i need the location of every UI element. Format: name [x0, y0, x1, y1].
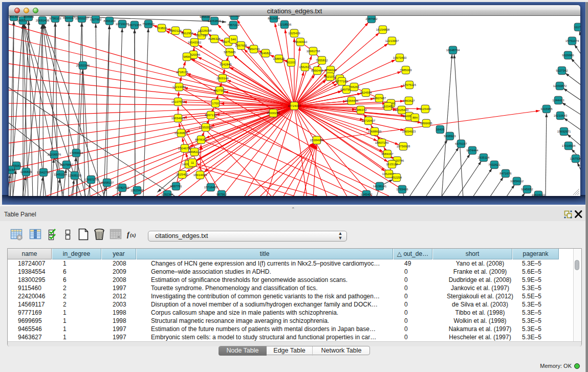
svg-text:6899695: 6899695	[420, 122, 432, 125]
svg-text:1588520: 1588520	[273, 57, 285, 60]
svg-text:9245652: 9245652	[521, 188, 533, 191]
svg-text:12213967: 12213967	[385, 39, 399, 42]
svg-text:19654923: 19654923	[402, 130, 416, 133]
svg-text:5938923: 5938923	[444, 135, 456, 138]
svg-text:8267130: 8267130	[205, 114, 217, 117]
svg-text:9084067: 9084067	[381, 152, 394, 156]
svg-text:12093872: 12093872	[553, 84, 567, 87]
svg-text:18724007: 18724007	[288, 104, 301, 107]
svg-text:12353594: 12353594	[199, 126, 213, 129]
svg-text:20053346: 20053346	[76, 64, 90, 67]
svg-text:9657791: 9657791	[170, 185, 182, 188]
svg-text:8427552: 8427552	[213, 89, 226, 92]
svg-text:15692971: 15692971	[557, 130, 571, 133]
svg-text:7857224: 7857224	[227, 24, 239, 27]
svg-text:18300295: 18300295	[267, 112, 280, 115]
svg-text:7386372: 7386372	[355, 108, 367, 112]
svg-text:10807487: 10807487	[373, 97, 386, 100]
svg-text:2718176: 2718176	[176, 71, 188, 74]
svg-text:1615112: 1615112	[386, 163, 399, 166]
svg-text:16409: 16409	[436, 128, 445, 131]
svg-text:8454749: 8454749	[248, 48, 260, 51]
svg-text:7485003: 7485003	[400, 69, 412, 72]
svg-text:10654112: 10654112	[510, 180, 524, 183]
svg-text:10961758: 10961758	[307, 50, 320, 53]
svg-text:19756928: 19756928	[397, 145, 410, 148]
svg-text:10973493: 10973493	[393, 56, 407, 59]
svg-text:8878352: 8878352	[195, 138, 207, 141]
svg-text:8471676: 8471676	[499, 172, 512, 175]
svg-text:16154808: 16154808	[376, 28, 390, 31]
svg-text:10553257: 10553257	[75, 17, 89, 20]
svg-text:20691406: 20691406	[36, 19, 50, 22]
svg-text:904584: 904584	[24, 16, 34, 18]
svg-text:884: 884	[412, 116, 418, 119]
svg-text:3624554: 3624554	[360, 91, 372, 94]
svg-text:8204317: 8204317	[63, 16, 75, 19]
svg-text:1562615: 1562615	[299, 65, 311, 69]
svg-text:14136141: 14136141	[373, 185, 387, 188]
svg-text:8466160: 8466160	[103, 19, 116, 23]
svg-text:16782759: 16782759	[116, 186, 129, 189]
svg-text:1244413: 1244413	[552, 99, 564, 102]
svg-text:1700: 1700	[212, 102, 219, 105]
svg-text:17359924: 17359924	[70, 151, 83, 155]
svg-text:9146821: 9146821	[259, 52, 272, 55]
svg-text:10604022: 10604022	[532, 193, 546, 196]
svg-text:8186328: 8186328	[208, 37, 221, 40]
svg-text:11923448: 11923448	[130, 189, 144, 192]
svg-text:9115440: 9115440	[420, 107, 432, 111]
svg-text:10958107: 10958107	[100, 181, 114, 184]
svg-text:6679197: 6679197	[455, 142, 467, 145]
svg-text:15384956: 15384956	[310, 139, 324, 142]
svg-text:15716485: 15716485	[204, 186, 218, 189]
svg-text:16210643: 16210643	[554, 114, 568, 117]
svg-text:9736103: 9736103	[49, 17, 61, 20]
svg-text:9242845: 9242845	[220, 63, 232, 66]
svg-text:6794028: 6794028	[324, 69, 337, 72]
svg-text:546: 546	[231, 38, 236, 41]
svg-text:10046756: 10046756	[178, 147, 192, 150]
svg-text:16914479: 16914479	[193, 173, 207, 177]
svg-text:746266: 746266	[349, 85, 360, 89]
svg-text:11: 11	[191, 161, 194, 164]
svg-text:9777169: 9777169	[336, 80, 348, 83]
svg-text:5875685: 5875685	[224, 51, 236, 54]
svg-text:1167534: 1167534	[570, 157, 580, 160]
svg-text:15640910: 15640910	[294, 40, 308, 43]
svg-text:9474444: 9474444	[466, 149, 478, 152]
svg-text:7632621: 7632621	[488, 163, 500, 166]
svg-text:17957275: 17957275	[84, 178, 98, 181]
svg-text:82203: 82203	[287, 61, 296, 64]
svg-text:93975867: 93975867	[60, 163, 74, 166]
svg-text:16671355: 16671355	[128, 24, 142, 27]
svg-text:16107552: 16107552	[171, 100, 185, 103]
svg-text:17975115: 17975115	[403, 83, 417, 86]
svg-text:12905135: 12905135	[68, 174, 82, 177]
svg-text:2935114: 2935114	[478, 156, 490, 159]
svg-text:18807249: 18807249	[375, 141, 389, 144]
svg-text:8813054: 8813054	[268, 17, 280, 20]
svg-text:9227342: 9227342	[556, 69, 568, 72]
svg-text:1045402: 1045402	[360, 193, 373, 196]
svg-text:9463627: 9463627	[403, 99, 415, 102]
svg-text:3215955: 3215955	[540, 107, 553, 111]
svg-text:8960124: 8960124	[169, 29, 182, 32]
svg-text:2087682: 2087682	[365, 17, 378, 20]
svg-text:13218506: 13218506	[278, 23, 292, 26]
svg-text:10025433: 10025433	[395, 108, 409, 112]
svg-text:11451194: 11451194	[54, 173, 67, 176]
svg-text:9329966: 9329966	[562, 54, 574, 57]
svg-text:12942757: 12942757	[37, 171, 51, 174]
svg-text:39154: 39154	[9, 168, 15, 171]
svg-text:20206576: 20206576	[48, 153, 61, 156]
svg-text:763822: 763822	[157, 27, 167, 30]
svg-text:10688609: 10688609	[368, 130, 382, 133]
svg-text:252254: 252254	[391, 176, 402, 179]
svg-text:7515520: 7515520	[142, 23, 155, 26]
svg-text:15226058: 15226058	[198, 29, 212, 32]
svg-text:20364436: 20364436	[345, 99, 359, 102]
svg-text:9456001: 9456001	[200, 16, 212, 18]
svg-text:11173: 11173	[574, 26, 580, 29]
svg-text:16648764: 16648764	[446, 49, 460, 52]
